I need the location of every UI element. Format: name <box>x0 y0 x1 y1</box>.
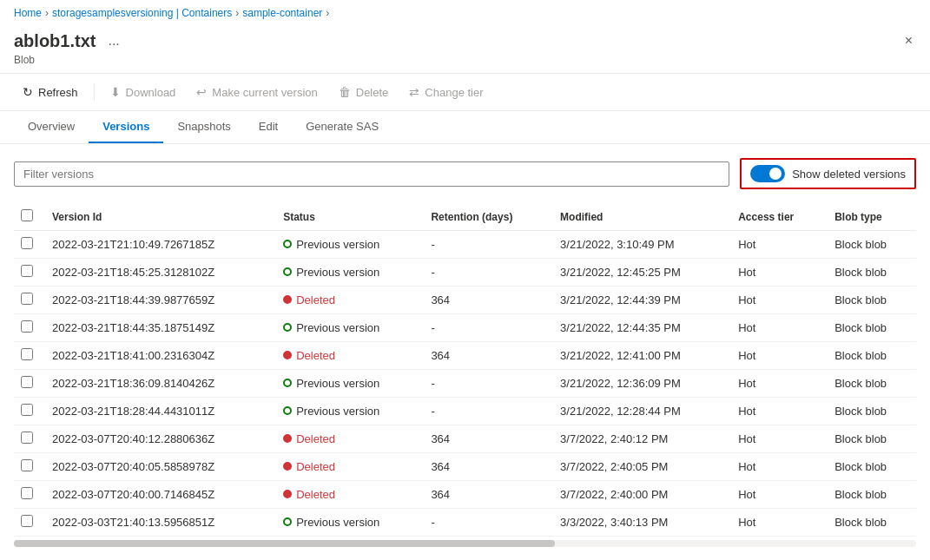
cell-access-tier: Hot <box>728 370 824 398</box>
col-header-access-tier: Access tier <box>728 203 824 231</box>
row-checkbox[interactable] <box>21 237 33 249</box>
row-checkbox[interactable] <box>21 487 33 499</box>
table-body: 2022-03-21T21:10:49.7267185ZPrevious ver… <box>14 231 916 537</box>
cell-modified: 3/21/2022, 12:44:35 PM <box>550 314 728 342</box>
status-text: Deleted <box>296 488 335 501</box>
table-row: 2022-03-21T18:36:09.8140426ZPrevious ver… <box>14 370 916 398</box>
cell-retention: 364 <box>420 425 550 453</box>
tab-bar: Overview Versions Snapshots Edit Generat… <box>0 111 930 144</box>
breadcrumb-sep3: › <box>326 7 329 19</box>
cell-version-id: 2022-03-21T18:44:39.9877659Z <box>42 287 273 314</box>
cell-retention: 364 <box>420 342 550 370</box>
cell-status: Deleted <box>273 453 420 481</box>
download-button[interactable]: ⬇ Download <box>102 81 185 103</box>
ellipsis-button[interactable]: ... <box>102 31 124 50</box>
cell-modified: 3/7/2022, 2:40:00 PM <box>550 481 728 509</box>
status-dot-icon <box>283 517 292 526</box>
cell-status: Deleted <box>273 287 420 314</box>
row-checkbox[interactable] <box>21 265 33 277</box>
row-checkbox[interactable] <box>21 348 33 360</box>
cell-access-tier: Hot <box>728 453 824 481</box>
status-dot-icon <box>283 406 292 415</box>
col-header-version-id: Version Id <box>42 203 273 231</box>
cell-modified: 3/21/2022, 12:44:39 PM <box>550 287 728 314</box>
table-row: 2022-03-21T18:28:44.4431011ZPrevious ver… <box>14 398 916 425</box>
make-current-button[interactable]: ↩ Make current version <box>188 81 326 103</box>
status-text: Previous version <box>296 377 379 390</box>
filter-row: Show deleted versions <box>14 158 916 189</box>
tab-generate-sas[interactable]: Generate SAS <box>292 111 392 143</box>
cell-access-tier: Hot <box>728 259 824 287</box>
toolbar: ↻ Refresh ⬇ Download ↩ Make current vers… <box>0 74 930 111</box>
col-header-retention: Retention (days) <box>420 203 550 231</box>
cell-retention: - <box>420 370 550 398</box>
row-checkbox[interactable] <box>21 293 33 305</box>
status-dot-icon <box>283 490 292 498</box>
status-text: Deleted <box>296 460 335 473</box>
make-current-icon: ↩ <box>196 85 207 99</box>
tab-versions[interactable]: Versions <box>89 111 163 143</box>
row-checkbox[interactable] <box>21 320 33 333</box>
status-dot-icon <box>283 267 292 276</box>
tab-edit[interactable]: Edit <box>245 111 292 143</box>
show-deleted-toggle[interactable] <box>750 165 785 182</box>
tab-overview[interactable]: Overview <box>14 111 89 143</box>
breadcrumb-home[interactable]: Home <box>14 7 42 19</box>
toggle-slider <box>750 165 785 182</box>
delete-button[interactable]: 🗑 Delete <box>330 81 398 103</box>
col-header-blob-type: Blob type <box>824 203 916 231</box>
cell-status: Previous version <box>273 231 420 259</box>
row-checkbox-cell <box>14 481 42 509</box>
select-all-checkbox[interactable] <box>21 209 33 221</box>
cell-status: Previous version <box>273 398 420 425</box>
change-tier-button[interactable]: ⇄ Change tier <box>400 81 491 103</box>
cell-status: Deleted <box>273 425 420 453</box>
toolbar-divider-1 <box>94 83 95 101</box>
tab-snapshots[interactable]: Snapshots <box>163 111 244 143</box>
cell-access-tier: Hot <box>728 314 824 342</box>
show-deleted-toggle-container: Show deleted versions <box>740 158 916 189</box>
filter-versions-input[interactable] <box>14 161 729 187</box>
row-checkbox[interactable] <box>21 459 33 471</box>
versions-table: Version Id Status Retention (days) Modif… <box>14 203 916 537</box>
cell-retention: - <box>420 509 550 537</box>
page-subtitle: Blob <box>14 54 916 66</box>
cell-access-tier: Hot <box>728 231 824 259</box>
cell-access-tier: Hot <box>728 481 824 509</box>
breadcrumb-sep1: › <box>45 7 49 19</box>
change-tier-label: Change tier <box>425 86 483 99</box>
refresh-label: Refresh <box>38 86 78 99</box>
row-checkbox-cell <box>14 231 42 259</box>
close-button[interactable]: × <box>901 30 916 52</box>
status-text: Previous version <box>296 238 379 251</box>
row-checkbox-cell <box>14 287 42 314</box>
cell-status: Deleted <box>273 342 420 370</box>
main-content: Show deleted versions Version Id Status … <box>0 144 930 560</box>
versions-table-container: Version Id Status Retention (days) Modif… <box>14 203 916 537</box>
cell-retention: - <box>420 259 550 287</box>
cell-retention: - <box>420 231 550 259</box>
horizontal-scrollbar[interactable] <box>14 540 916 547</box>
cell-blob-type: Block blob <box>824 342 916 370</box>
row-checkbox[interactable] <box>21 404 33 416</box>
cell-version-id: 2022-03-07T20:40:12.2880636Z <box>42 425 273 453</box>
cell-blob-type: Block blob <box>824 509 916 537</box>
breadcrumb-sep2: › <box>235 7 239 19</box>
cell-access-tier: Hot <box>728 425 824 453</box>
row-checkbox[interactable] <box>21 432 33 444</box>
cell-status: Previous version <box>273 259 420 287</box>
cell-access-tier: Hot <box>728 342 824 370</box>
breadcrumb-container[interactable]: sample-container <box>242 7 322 19</box>
breadcrumb: Home › storagesamplesversioning | Contai… <box>0 0 930 26</box>
cell-modified: 3/21/2022, 12:41:00 PM <box>550 342 728 370</box>
page-title: ablob1.txt <box>14 31 96 51</box>
table-header: Version Id Status Retention (days) Modif… <box>14 203 916 231</box>
refresh-button[interactable]: ↻ Refresh <box>14 81 87 103</box>
row-checkbox[interactable] <box>21 376 33 388</box>
cell-access-tier: Hot <box>728 398 824 425</box>
cell-blob-type: Block blob <box>824 370 916 398</box>
breadcrumb-storage[interactable]: storagesamplesversioning | Containers <box>52 7 232 19</box>
cell-blob-type: Block blob <box>824 231 916 259</box>
row-checkbox[interactable] <box>21 515 33 527</box>
table-row: 2022-03-21T18:44:39.9877659ZDeleted3643/… <box>14 287 916 314</box>
